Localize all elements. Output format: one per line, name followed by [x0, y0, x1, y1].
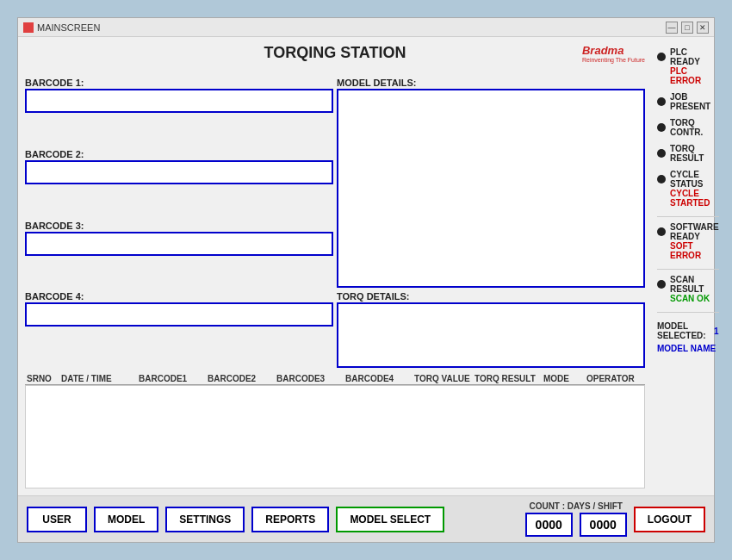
torq-result-label: TORQ RESULT [670, 144, 719, 163]
col-srno: SRNO [25, 374, 59, 383]
form-grid: BARCODE 1: MODEL DETAILS: BARCODE 2: BAR… [25, 78, 645, 368]
divider1 [657, 216, 719, 217]
model-details-input[interactable] [337, 89, 645, 288]
torq-result-dot [657, 149, 666, 158]
table-header: SRNO DATE / TIME BARCODE1 BARCODE2 BARCO… [25, 373, 645, 385]
main-window: MAINSCREEN — □ ✕ TORQING STATION Bradma … [17, 17, 715, 543]
titlebar-controls: — □ ✕ [666, 22, 709, 34]
logout-button[interactable]: LOGOUT [634, 507, 705, 532]
plc-ready-dot [657, 53, 666, 61]
model-selected-row: MODEL SELECTED: 1 [657, 321, 719, 340]
torq-contr-status: TORQ CONTR. [657, 118, 719, 137]
app-title: TORQING STATION [264, 44, 406, 62]
job-present-status: JOB PRESENT [657, 92, 719, 111]
plc-error-label: PLC ERROR [670, 66, 719, 85]
barcode1-input[interactable] [25, 89, 333, 113]
torq-contr-row: TORQ CONTR. [657, 118, 719, 137]
scan-result-dot [657, 280, 666, 289]
barcode4-label: BARCODE 4: [25, 291, 333, 302]
torq-result-status: TORQ RESULT [657, 144, 719, 163]
counter-section: COUNT : DAYS / SHIFT 0000 0000 [525, 501, 627, 537]
settings-button[interactable]: SETTINGS [165, 507, 245, 532]
titlebar-title: MAINSCREEN [37, 22, 100, 33]
col-barcode1: BARCODE1 [137, 374, 206, 383]
barcode1-label: BARCODE 1: [25, 78, 333, 88]
app-icon [23, 22, 34, 33]
torq-details-input[interactable] [337, 302, 645, 368]
model-name-label: MODEL NAME [657, 344, 719, 353]
model-selected-label: MODEL SELECTED: [657, 321, 710, 340]
model-select-button[interactable]: MODEL SELECT [336, 507, 444, 532]
torq-contr-label: TORQ CONTR. [670, 118, 719, 137]
plc-ready-label: PLC READY [670, 47, 719, 66]
user-button[interactable]: USER [27, 507, 87, 532]
torq-contr-dot [657, 123, 666, 132]
bottom-bar: USER MODEL SETTINGS REPORTS MODEL SELECT… [18, 495, 714, 542]
titlebar: MAINSCREEN — □ ✕ [18, 18, 714, 37]
maximize-button[interactable]: □ [681, 22, 693, 34]
torq-details-label: TORQ DETAILS: [337, 291, 645, 302]
col-barcode4: BARCODE4 [344, 374, 413, 383]
scan-result-status: SCAN RESULT SCAN OK [657, 275, 719, 303]
job-present-dot [657, 97, 666, 106]
col-torqvalue: TORQ VALUE [413, 374, 473, 383]
model-details-label: MODEL DETAILS: [337, 78, 645, 88]
barcode2-label: BARCODE 2: [25, 149, 333, 159]
counter-shift: 0000 [580, 513, 627, 537]
barcode4-input[interactable] [25, 302, 333, 327]
software-ready-label: SOFTWARE READY [670, 222, 719, 241]
barcode3-input[interactable] [25, 232, 333, 256]
header-row: TORQING STATION Bradma Reinventing The F… [25, 44, 645, 71]
close-button[interactable]: ✕ [697, 22, 709, 34]
soft-error-label: SOFT ERROR [670, 241, 719, 260]
model-button[interactable]: MODEL [94, 507, 158, 532]
software-ready-row: SOFTWARE READY [657, 222, 719, 241]
titlebar-left: MAINSCREEN [23, 22, 100, 33]
col-torqresult: TORQ RESULT [473, 374, 542, 383]
scan-result-row: SCAN RESULT [657, 275, 719, 294]
barcode3-group: BARCODE 3: [25, 221, 333, 289]
torq-result-row: TORQ RESULT [657, 144, 719, 163]
counter-row: 0000 0000 [525, 513, 627, 537]
barcode1-group: BARCODE 1: [25, 78, 333, 146]
cycle-status-label: CYCLE STATUS [670, 170, 719, 189]
main-content: TORQING STATION Bradma Reinventing The F… [18, 37, 714, 495]
divider2 [657, 269, 719, 270]
scan-ok-label: SCAN OK [670, 294, 719, 303]
cycle-status-row: CYCLE STATUS [657, 170, 719, 189]
model-details-group: MODEL DETAILS: [337, 78, 645, 288]
barcode4-group: BARCODE 4: [25, 291, 333, 368]
logo-container: Bradma Reinventing The Future [582, 44, 645, 63]
col-datetime: DATE / TIME [59, 374, 137, 383]
barcode2-input[interactable] [25, 160, 333, 184]
left-panel: TORQING STATION Bradma Reinventing The F… [25, 44, 645, 488]
model-selected-value: 1 [714, 327, 719, 336]
scan-result-label: SCAN RESULT [670, 275, 719, 294]
right-panel: PLC READY PLC ERROR JOB PRESENT TORQ CON… [652, 44, 724, 488]
col-operator: OPERATOR [585, 374, 645, 383]
logo-sub: Reinventing The Future [582, 57, 645, 63]
table-body [25, 385, 645, 488]
cycle-status-dot [657, 175, 666, 184]
barcode3-label: BARCODE 3: [25, 221, 333, 231]
table-section: SRNO DATE / TIME BARCODE1 BARCODE2 BARCO… [25, 373, 645, 488]
cycle-started-label: CYCLE STARTED [670, 189, 719, 208]
col-barcode3: BARCODE3 [275, 374, 344, 383]
software-ready-dot [657, 227, 666, 236]
minimize-button[interactable]: — [666, 22, 678, 34]
job-present-label: JOB PRESENT [670, 92, 719, 111]
logo-text: Bradma [582, 44, 623, 57]
software-ready-status: SOFTWARE READY SOFT ERROR [657, 222, 719, 260]
barcode2-group: BARCODE 2: [25, 149, 333, 217]
counter-label: COUNT : DAYS / SHIFT [529, 501, 623, 511]
col-mode: MODE [542, 374, 585, 383]
plc-ready-row: PLC READY [657, 47, 719, 66]
divider3 [657, 312, 719, 313]
col-barcode2: BARCODE2 [206, 374, 275, 383]
job-present-row: JOB PRESENT [657, 92, 719, 111]
counter-days: 0000 [525, 513, 573, 537]
plc-ready-status: PLC READY PLC ERROR [657, 47, 719, 85]
cycle-status-status: CYCLE STATUS CYCLE STARTED [657, 170, 719, 208]
torq-details-group: TORQ DETAILS: [337, 291, 645, 368]
reports-button[interactable]: REPORTS [251, 507, 329, 532]
